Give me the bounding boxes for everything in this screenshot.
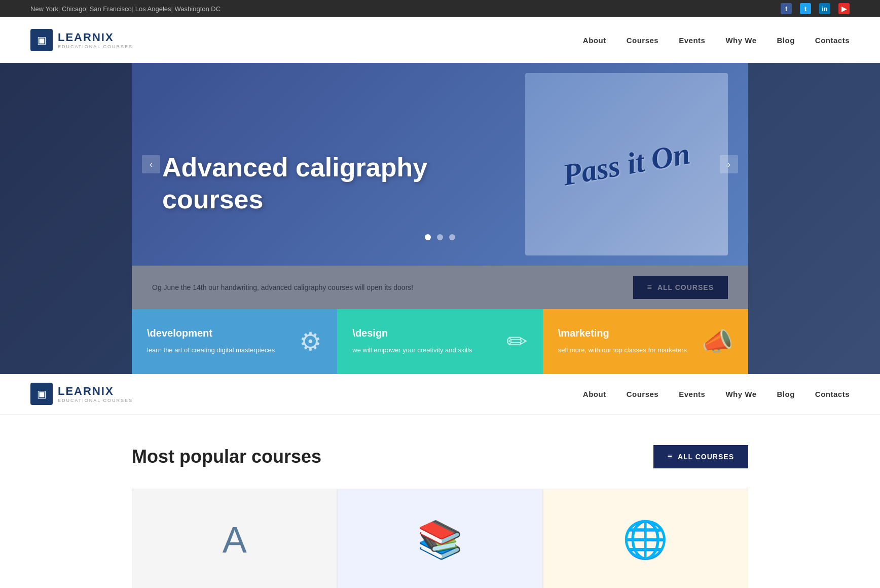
- cat-card-development[interactable]: \development learn the art of creating d…: [132, 309, 337, 374]
- logo-sub: EDUCATIONAL COURSES: [58, 44, 133, 49]
- nav-contacts[interactable]: Contacts: [815, 34, 850, 47]
- cat-dev-desc: learn the art of creating digital master…: [147, 345, 322, 356]
- category-row: \development learn the art of creating d…: [132, 309, 748, 374]
- multi-icon: 🌐: [622, 518, 668, 561]
- courses-section-title: Most popular courses: [132, 446, 321, 467]
- slide-next-button[interactable]: ›: [720, 155, 738, 173]
- cat-card-marketing[interactable]: \marketing sell more, with our top class…: [543, 309, 748, 374]
- logo2-name: LEARNIX: [58, 385, 133, 398]
- logo-icon: ▣: [30, 29, 53, 51]
- logo-name: LEARNIX: [58, 31, 133, 44]
- logo2[interactable]: ▣ LEARNIX EDUCATIONAL COURSES: [30, 383, 133, 405]
- location-los-angeles[interactable]: Los Angeles: [132, 5, 171, 13]
- slide-content: Advanced caligraphy courses: [132, 121, 458, 266]
- nav-why-we[interactable]: Why We: [725, 34, 756, 47]
- pencil-icon: ✏: [506, 327, 528, 356]
- nav2-blog[interactable]: Blog: [777, 388, 794, 400]
- logo2-text: LEARNIX EDUCATIONAL COURSES: [58, 385, 133, 403]
- course-img-latin: Α: [132, 489, 337, 588]
- nav-courses[interactable]: Courses: [627, 34, 659, 47]
- logo2-icon: ▣: [30, 383, 53, 405]
- list-icon2: ≡: [668, 452, 673, 461]
- location-chicago[interactable]: Chicago: [58, 5, 86, 13]
- cat-dev-title: \development: [147, 327, 322, 339]
- top-bar: New York Chicago San Francisco Los Angel…: [0, 0, 880, 17]
- nav2-events[interactable]: Events: [679, 388, 705, 400]
- nav2-contacts[interactable]: Contacts: [815, 388, 850, 400]
- slide-dots: [132, 234, 748, 240]
- gear-icon: ⚙: [299, 327, 322, 356]
- course-img-multi: 🌐: [543, 489, 748, 588]
- logo-text: LEARNIX EDUCATIONAL COURSES: [58, 31, 133, 49]
- megaphone-icon: 📣: [702, 327, 733, 356]
- slide-container: ‹ › Advanced caligraphy courses Pass it …: [132, 63, 748, 266]
- youtube-icon[interactable]: ▶: [838, 3, 850, 14]
- location-san-francisco[interactable]: San Francisco: [86, 5, 132, 13]
- cat-card-design[interactable]: \design we will empower your creativity …: [337, 309, 542, 374]
- logo[interactable]: ▣ LEARNIX EDUCATIONAL COURSES: [30, 29, 133, 51]
- cali-text: Pass it On: [560, 136, 693, 193]
- slide-dot-1[interactable]: [425, 234, 431, 240]
- hero-section: ‹ › Advanced caligraphy courses Pass it …: [0, 63, 880, 374]
- course-card-multi[interactable]: 🌐 Multi-language e-commerce With many ca…: [543, 489, 748, 588]
- logo2-sub: EDUCATIONAL COURSES: [58, 398, 133, 403]
- nav-about[interactable]: About: [583, 34, 606, 47]
- child-icon: 📚: [417, 518, 463, 561]
- all-courses-button-section[interactable]: ≡ All Courses: [653, 445, 748, 468]
- latin-icon: Α: [223, 519, 247, 561]
- twitter-icon[interactable]: t: [800, 3, 811, 14]
- nav2-about[interactable]: About: [583, 388, 606, 400]
- nav2-courses[interactable]: Courses: [627, 388, 659, 400]
- main-header: ▣ LEARNIX EDUCATIONAL COURSES About Cour…: [0, 17, 880, 63]
- cat-design-desc: we will empower your creativity and skil…: [352, 345, 527, 356]
- linkedin-icon[interactable]: in: [819, 3, 830, 14]
- nav-events[interactable]: Events: [679, 34, 705, 47]
- main-nav: About Courses Events Why We Blog Contact…: [583, 34, 850, 47]
- location-new-york[interactable]: New York: [30, 5, 58, 13]
- cat-design-title: \design: [352, 327, 527, 339]
- slide-prev-button[interactable]: ‹: [142, 155, 160, 173]
- slide-title: Advanced caligraphy courses: [162, 152, 427, 215]
- social-links: f t in ▶: [781, 3, 850, 14]
- nav-blog[interactable]: Blog: [777, 34, 794, 47]
- location-washington-dc[interactable]: Washington DC: [171, 5, 221, 13]
- main-nav2: About Courses Events Why We Blog Contact…: [583, 388, 850, 400]
- courses-header: Most popular courses ≡ All Courses: [132, 445, 748, 468]
- course-card-latin[interactable]: Α Latin and Ancient Greek: [132, 489, 337, 588]
- locations-bar: New York Chicago San Francisco Los Angel…: [30, 5, 221, 13]
- courses-grid: Α Latin and Ancient Greek 📚 Child books …: [132, 489, 748, 588]
- cali-visual: Pass it On: [525, 73, 728, 255]
- nav2-why-we[interactable]: Why We: [725, 388, 756, 400]
- secondary-header: ▣ LEARNIX EDUCATIONAL COURSES About Cour…: [0, 374, 880, 415]
- course-card-child[interactable]: 📚 Child books illustrations: [337, 489, 542, 588]
- course-img-child: 📚: [338, 489, 542, 588]
- slide-dot-3[interactable]: [449, 234, 455, 240]
- slide-dot-2[interactable]: [437, 234, 443, 240]
- facebook-icon[interactable]: f: [781, 3, 792, 14]
- courses-section: Most popular courses ≡ All Courses Α Lat…: [0, 415, 880, 588]
